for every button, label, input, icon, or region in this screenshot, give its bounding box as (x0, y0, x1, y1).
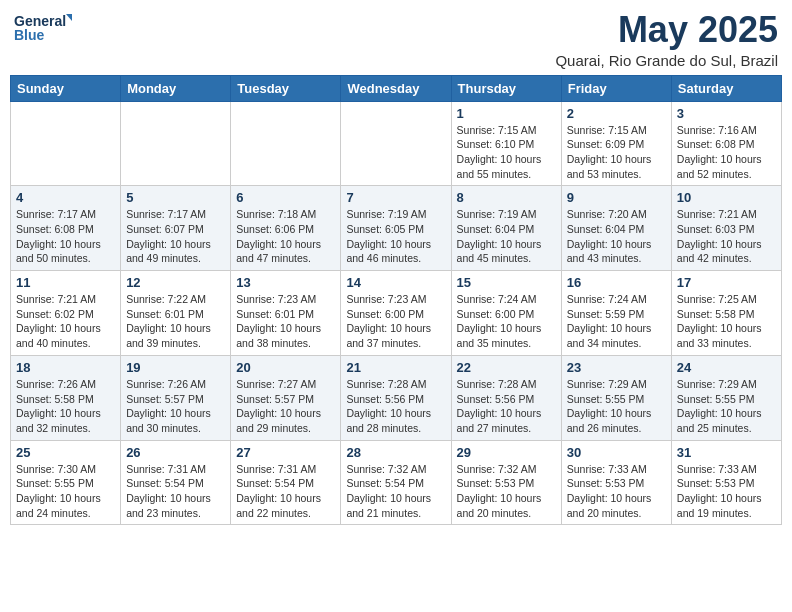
calendar-cell: 10Sunrise: 7:21 AMSunset: 6:03 PMDayligh… (671, 186, 781, 271)
weekday-header-sunday: Sunday (11, 75, 121, 101)
day-number: 29 (457, 445, 556, 460)
day-info: Sunrise: 7:27 AMSunset: 5:57 PMDaylight:… (236, 377, 335, 436)
day-info: Sunrise: 7:28 AMSunset: 5:56 PMDaylight:… (457, 377, 556, 436)
day-info: Sunrise: 7:20 AMSunset: 6:04 PMDaylight:… (567, 207, 666, 266)
calendar-cell: 26Sunrise: 7:31 AMSunset: 5:54 PMDayligh… (121, 440, 231, 525)
day-number: 2 (567, 106, 666, 121)
day-number: 22 (457, 360, 556, 375)
location: Quarai, Rio Grande do Sul, Brazil (555, 52, 778, 69)
weekday-header-row: SundayMondayTuesdayWednesdayThursdayFrid… (11, 75, 782, 101)
calendar-cell: 9Sunrise: 7:20 AMSunset: 6:04 PMDaylight… (561, 186, 671, 271)
day-number: 12 (126, 275, 225, 290)
calendar-cell: 24Sunrise: 7:29 AMSunset: 5:55 PMDayligh… (671, 355, 781, 440)
calendar-cell: 5Sunrise: 7:17 AMSunset: 6:07 PMDaylight… (121, 186, 231, 271)
calendar-row-2: 11Sunrise: 7:21 AMSunset: 6:02 PMDayligh… (11, 271, 782, 356)
calendar-cell: 6Sunrise: 7:18 AMSunset: 6:06 PMDaylight… (231, 186, 341, 271)
day-info: Sunrise: 7:15 AMSunset: 6:09 PMDaylight:… (567, 123, 666, 182)
calendar-cell: 4Sunrise: 7:17 AMSunset: 6:08 PMDaylight… (11, 186, 121, 271)
weekday-header-monday: Monday (121, 75, 231, 101)
day-info: Sunrise: 7:16 AMSunset: 6:08 PMDaylight:… (677, 123, 776, 182)
day-info: Sunrise: 7:22 AMSunset: 6:01 PMDaylight:… (126, 292, 225, 351)
day-number: 31 (677, 445, 776, 460)
day-info: Sunrise: 7:19 AMSunset: 6:04 PMDaylight:… (457, 207, 556, 266)
day-number: 14 (346, 275, 445, 290)
day-info: Sunrise: 7:29 AMSunset: 5:55 PMDaylight:… (567, 377, 666, 436)
day-number: 8 (457, 190, 556, 205)
calendar-cell (341, 101, 451, 186)
calendar-cell: 11Sunrise: 7:21 AMSunset: 6:02 PMDayligh… (11, 271, 121, 356)
day-info: Sunrise: 7:24 AMSunset: 5:59 PMDaylight:… (567, 292, 666, 351)
calendar-cell: 22Sunrise: 7:28 AMSunset: 5:56 PMDayligh… (451, 355, 561, 440)
weekday-header-friday: Friday (561, 75, 671, 101)
calendar-cell: 3Sunrise: 7:16 AMSunset: 6:08 PMDaylight… (671, 101, 781, 186)
calendar-cell: 28Sunrise: 7:32 AMSunset: 5:54 PMDayligh… (341, 440, 451, 525)
svg-marker-1 (66, 14, 72, 21)
day-info: Sunrise: 7:23 AMSunset: 6:00 PMDaylight:… (346, 292, 445, 351)
weekday-header-saturday: Saturday (671, 75, 781, 101)
calendar-cell: 17Sunrise: 7:25 AMSunset: 5:58 PMDayligh… (671, 271, 781, 356)
month-title: May 2025 (555, 10, 778, 50)
page-header: General Blue May 2025 Quarai, Rio Grande… (10, 10, 782, 69)
calendar-cell: 2Sunrise: 7:15 AMSunset: 6:09 PMDaylight… (561, 101, 671, 186)
calendar-table: SundayMondayTuesdayWednesdayThursdayFrid… (10, 75, 782, 526)
calendar-cell: 15Sunrise: 7:24 AMSunset: 6:00 PMDayligh… (451, 271, 561, 356)
calendar-row-0: 1Sunrise: 7:15 AMSunset: 6:10 PMDaylight… (11, 101, 782, 186)
day-info: Sunrise: 7:30 AMSunset: 5:55 PMDaylight:… (16, 462, 115, 521)
logo: General Blue (14, 10, 74, 46)
calendar-cell: 12Sunrise: 7:22 AMSunset: 6:01 PMDayligh… (121, 271, 231, 356)
calendar-row-4: 25Sunrise: 7:30 AMSunset: 5:55 PMDayligh… (11, 440, 782, 525)
day-info: Sunrise: 7:23 AMSunset: 6:01 PMDaylight:… (236, 292, 335, 351)
calendar-row-1: 4Sunrise: 7:17 AMSunset: 6:08 PMDaylight… (11, 186, 782, 271)
day-number: 1 (457, 106, 556, 121)
day-info: Sunrise: 7:26 AMSunset: 5:57 PMDaylight:… (126, 377, 225, 436)
day-info: Sunrise: 7:32 AMSunset: 5:54 PMDaylight:… (346, 462, 445, 521)
calendar-cell: 29Sunrise: 7:32 AMSunset: 5:53 PMDayligh… (451, 440, 561, 525)
calendar-cell: 1Sunrise: 7:15 AMSunset: 6:10 PMDaylight… (451, 101, 561, 186)
day-info: Sunrise: 7:21 AMSunset: 6:02 PMDaylight:… (16, 292, 115, 351)
calendar-cell: 13Sunrise: 7:23 AMSunset: 6:01 PMDayligh… (231, 271, 341, 356)
day-info: Sunrise: 7:19 AMSunset: 6:05 PMDaylight:… (346, 207, 445, 266)
day-number: 28 (346, 445, 445, 460)
day-info: Sunrise: 7:17 AMSunset: 6:08 PMDaylight:… (16, 207, 115, 266)
svg-text:Blue: Blue (14, 27, 45, 43)
day-number: 24 (677, 360, 776, 375)
day-info: Sunrise: 7:18 AMSunset: 6:06 PMDaylight:… (236, 207, 335, 266)
day-number: 7 (346, 190, 445, 205)
calendar-cell: 25Sunrise: 7:30 AMSunset: 5:55 PMDayligh… (11, 440, 121, 525)
calendar-cell: 16Sunrise: 7:24 AMSunset: 5:59 PMDayligh… (561, 271, 671, 356)
day-info: Sunrise: 7:29 AMSunset: 5:55 PMDaylight:… (677, 377, 776, 436)
day-number: 20 (236, 360, 335, 375)
day-info: Sunrise: 7:15 AMSunset: 6:10 PMDaylight:… (457, 123, 556, 182)
day-number: 16 (567, 275, 666, 290)
logo-svg: General Blue (14, 10, 74, 46)
calendar-cell: 7Sunrise: 7:19 AMSunset: 6:05 PMDaylight… (341, 186, 451, 271)
day-info: Sunrise: 7:31 AMSunset: 5:54 PMDaylight:… (236, 462, 335, 521)
weekday-header-tuesday: Tuesday (231, 75, 341, 101)
day-info: Sunrise: 7:21 AMSunset: 6:03 PMDaylight:… (677, 207, 776, 266)
day-info: Sunrise: 7:32 AMSunset: 5:53 PMDaylight:… (457, 462, 556, 521)
day-number: 23 (567, 360, 666, 375)
day-number: 18 (16, 360, 115, 375)
day-info: Sunrise: 7:28 AMSunset: 5:56 PMDaylight:… (346, 377, 445, 436)
calendar-cell: 27Sunrise: 7:31 AMSunset: 5:54 PMDayligh… (231, 440, 341, 525)
day-info: Sunrise: 7:31 AMSunset: 5:54 PMDaylight:… (126, 462, 225, 521)
day-info: Sunrise: 7:33 AMSunset: 5:53 PMDaylight:… (677, 462, 776, 521)
day-number: 15 (457, 275, 556, 290)
day-number: 27 (236, 445, 335, 460)
calendar-cell (121, 101, 231, 186)
calendar-cell: 20Sunrise: 7:27 AMSunset: 5:57 PMDayligh… (231, 355, 341, 440)
calendar-cell (231, 101, 341, 186)
calendar-cell: 18Sunrise: 7:26 AMSunset: 5:58 PMDayligh… (11, 355, 121, 440)
calendar-cell: 14Sunrise: 7:23 AMSunset: 6:00 PMDayligh… (341, 271, 451, 356)
day-info: Sunrise: 7:26 AMSunset: 5:58 PMDaylight:… (16, 377, 115, 436)
day-info: Sunrise: 7:33 AMSunset: 5:53 PMDaylight:… (567, 462, 666, 521)
day-number: 4 (16, 190, 115, 205)
calendar-cell: 30Sunrise: 7:33 AMSunset: 5:53 PMDayligh… (561, 440, 671, 525)
day-number: 13 (236, 275, 335, 290)
calendar-cell: 23Sunrise: 7:29 AMSunset: 5:55 PMDayligh… (561, 355, 671, 440)
day-number: 11 (16, 275, 115, 290)
day-number: 25 (16, 445, 115, 460)
day-number: 9 (567, 190, 666, 205)
day-number: 19 (126, 360, 225, 375)
day-number: 30 (567, 445, 666, 460)
